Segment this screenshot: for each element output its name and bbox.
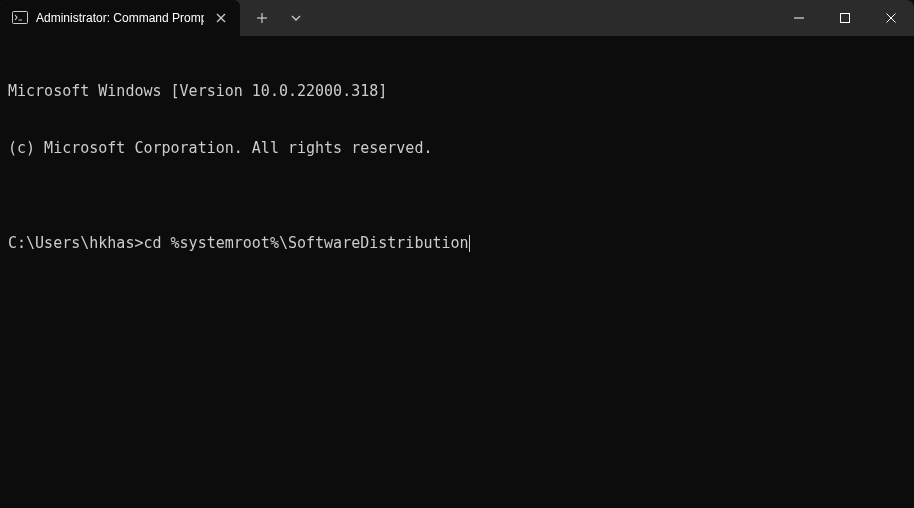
- new-tab-button[interactable]: [246, 3, 278, 33]
- tab-title: Administrator: Command Prompt: [36, 11, 204, 25]
- terminal-prompt-line: C:\Users\hkhas>cd %systemroot%\SoftwareD…: [8, 234, 906, 253]
- window-controls: [776, 0, 914, 36]
- tab-close-button[interactable]: [212, 9, 230, 27]
- terminal-tab[interactable]: Administrator: Command Prompt: [0, 0, 240, 36]
- terminal-output[interactable]: Microsoft Windows [Version 10.0.22000.31…: [0, 36, 914, 280]
- tab-dropdown-button[interactable]: [280, 3, 312, 33]
- maximize-button[interactable]: [822, 0, 868, 36]
- svg-rect-7: [841, 14, 850, 23]
- titlebar: Administrator: Command Prompt: [0, 0, 914, 36]
- terminal-line: (c) Microsoft Corporation. All rights re…: [8, 139, 906, 158]
- svg-rect-0: [13, 12, 28, 24]
- titlebar-drag-area[interactable]: [312, 0, 776, 36]
- minimize-button[interactable]: [776, 0, 822, 36]
- terminal-line: Microsoft Windows [Version 10.0.22000.31…: [8, 82, 906, 101]
- close-window-button[interactable]: [868, 0, 914, 36]
- command-text: cd %systemroot%\SoftwareDistribution: [143, 234, 468, 253]
- text-cursor: [469, 235, 471, 252]
- tabbar-actions: [240, 0, 312, 36]
- cmd-icon: [12, 10, 28, 26]
- prompt-text: C:\Users\hkhas>: [8, 234, 143, 253]
